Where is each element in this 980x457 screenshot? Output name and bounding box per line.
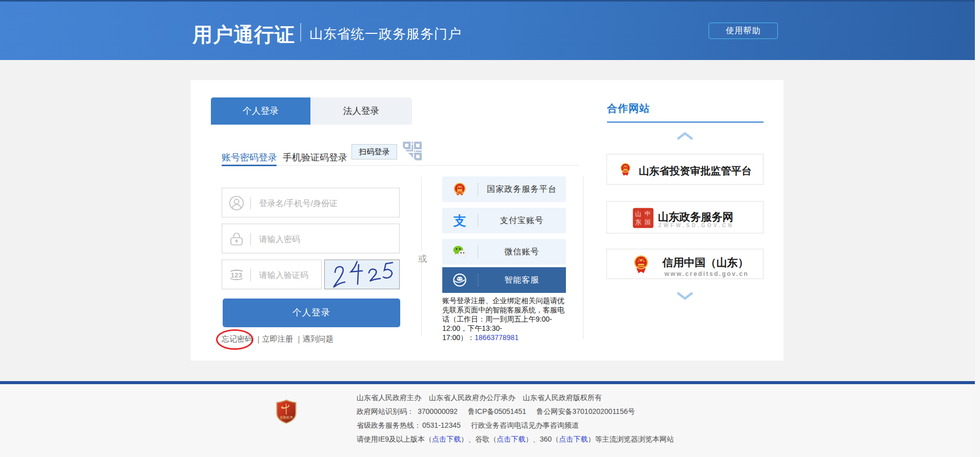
svg-text:中: 中	[645, 210, 651, 216]
svg-text:支: 支	[453, 213, 466, 228]
svg-text:123: 123	[231, 272, 242, 279]
svg-text:东: 东	[635, 218, 641, 226]
svg-text:国: 国	[645, 219, 651, 225]
svg-text:山: 山	[635, 210, 641, 217]
svg-text:党政机关: 党政机关	[280, 415, 293, 420]
